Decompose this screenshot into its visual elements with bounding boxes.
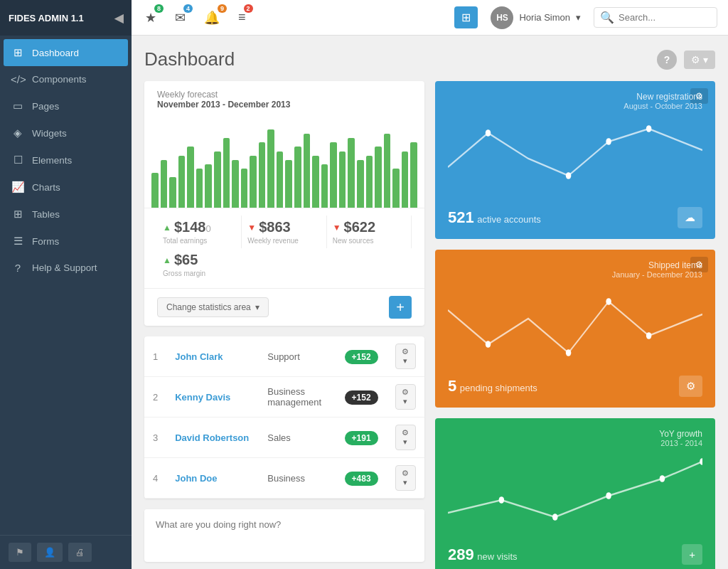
row-name[interactable]: John Doe: [166, 458, 259, 499]
sidebar-item-widgets[interactable]: ◈ Widgets: [0, 119, 132, 147]
row-name[interactable]: David Robertson: [166, 418, 259, 458]
topbar-user[interactable]: HS Horia Simon ▾: [491, 6, 581, 29]
bar: [357, 160, 364, 208]
registrations-cloud-btn[interactable]: ☁: [678, 207, 702, 228]
sidebar-item-components[interactable]: </> Components: [0, 66, 132, 92]
row-badge: +152: [336, 377, 387, 418]
chart-add-btn[interactable]: +: [389, 296, 412, 319]
svg-point-10: [606, 492, 611, 499]
page-help-btn[interactable]: ?: [657, 50, 677, 70]
chart-card: Weekly forecast November 2013 - December…: [144, 81, 424, 326]
sidebar-item-dashboard[interactable]: ⊞ Dashboard: [4, 39, 128, 66]
sidebar-footer-person-btn[interactable]: 👤: [37, 543, 63, 562]
sidebar-item-help[interactable]: ? Help & Support: [0, 255, 132, 281]
sidebar-item-tables[interactable]: ⊞ Tables: [0, 201, 132, 228]
sidebar-item-pages[interactable]: ▭ Pages: [0, 92, 132, 119]
tasks-icon: ≡: [238, 10, 246, 24]
row-badge: +191: [336, 418, 387, 458]
user-dropdown-icon: ▾: [576, 12, 581, 23]
bar: [187, 147, 194, 208]
row-action-btn[interactable]: ⚙ ▾: [395, 425, 416, 450]
sidebar-footer-print-btn[interactable]: 🖨: [68, 543, 92, 562]
user-name: Horia Simon: [519, 12, 570, 23]
shipped-value: 5: [448, 377, 456, 395]
row-actions: ⚙ ▾: [387, 458, 424, 499]
shipped-bottom: 5 pending shipments ⚙: [448, 376, 702, 397]
topbar-alerts-btn[interactable]: 🔔 9: [201, 7, 223, 28]
row-action-btn[interactable]: ⚙ ▾: [395, 465, 416, 491]
status-textarea[interactable]: [144, 509, 424, 559]
search-icon: 🔍: [600, 11, 614, 24]
registrations-svg: [448, 116, 702, 201]
weekly-label: Weekly revenue: [247, 237, 320, 245]
page-settings-btn[interactable]: ⚙ ▾: [684, 50, 715, 69]
star-icon: ★: [145, 11, 156, 25]
bar: [294, 147, 301, 208]
sidebar: FIDES ADMIN 1.1 ◀ ⊞ Dashboard </> Compon…: [0, 0, 132, 569]
change-stats-btn[interactable]: Change statistics area ▾: [157, 297, 269, 317]
components-icon: </>: [11, 73, 25, 85]
users-table-card: 1 John Clark Support +152 ⚙ ▾ 2 Kenny Da…: [144, 336, 424, 499]
bar: [321, 164, 328, 208]
topbar: ★ 8 ✉ 4 🔔 9 ≡ 2 ⊞ HS Horia Simon ▾ 🔍: [132, 0, 728, 36]
yoy-add-btn[interactable]: +: [682, 544, 702, 565]
row-name[interactable]: Kenny Davis: [166, 377, 259, 418]
bar: [392, 169, 400, 208]
row-num: 4: [144, 458, 166, 499]
tasks-badge: 2: [244, 4, 253, 13]
row-action-btn[interactable]: ⚙ ▾: [395, 384, 416, 410]
yoy-chart: [448, 453, 702, 538]
shipped-settings-btn[interactable]: ⚙: [679, 376, 702, 397]
alerts-badge: 9: [218, 4, 227, 13]
settings-dropdown-icon: ▾: [703, 54, 708, 65]
textarea-card: [144, 509, 424, 562]
svg-point-11: [660, 475, 665, 482]
sidebar-footer-flag-btn[interactable]: ⚑: [9, 543, 31, 562]
table-row: 4 John Doe Business +483 ⚙ ▾: [144, 458, 424, 499]
avatar: HS: [491, 6, 513, 29]
row-dept: Sales: [259, 418, 336, 458]
topbar-grid-btn[interactable]: ⊞: [454, 6, 478, 28]
row-actions: ⚙ ▾: [387, 418, 424, 458]
earnings-label: Total earnings: [163, 237, 235, 245]
shipped-items-card: ⚙ Shipped items January - December 2013 …: [435, 250, 715, 408]
forms-icon: ☰: [11, 235, 25, 248]
shipped-date: January - December 2013: [448, 270, 702, 279]
shipped-chart: [448, 284, 702, 370]
row-badge: +152: [336, 336, 387, 377]
main-content: Dashboard ? ⚙ ▾ Weekly forecast November…: [132, 36, 728, 569]
trend-down-icon: ▼: [247, 223, 256, 233]
registrations-sub: active accounts: [477, 214, 541, 225]
chart-subtitle: Weekly forecast: [157, 90, 412, 100]
sidebar-item-forms[interactable]: ☰ Forms: [0, 228, 132, 255]
yoy-value: 289: [448, 546, 474, 563]
row-name[interactable]: John Clark: [166, 336, 259, 377]
row-action-btn[interactable]: ⚙ ▾: [395, 344, 416, 369]
registrations-value: 521: [448, 208, 474, 226]
sidebar-nav: ⊞ Dashboard </> Components ▭ Pages ◈ Wid…: [0, 36, 132, 535]
row-dept: Support: [259, 336, 336, 377]
chevron-down-icon: ▾: [255, 302, 259, 312]
bar: [151, 173, 159, 208]
sidebar-item-label: Widgets: [32, 128, 67, 139]
registrations-bottom: 521 active accounts ☁: [448, 207, 702, 228]
tables-icon: ⊞: [11, 208, 25, 220]
notifications-badge: 8: [154, 4, 164, 13]
row-actions: ⚙ ▾: [387, 336, 424, 377]
bar: [410, 142, 417, 208]
change-stats-label: Change statistics area: [166, 302, 251, 312]
mail-icon: ✉: [175, 11, 186, 25]
sidebar-item-elements[interactable]: ☐ Elements: [0, 147, 132, 174]
sidebar-toggle[interactable]: ◀: [114, 11, 123, 25]
bar: [402, 151, 409, 208]
search-input[interactable]: [619, 12, 711, 23]
svg-point-2: [606, 138, 611, 145]
sources-label: New sources: [333, 237, 405, 245]
sidebar-item-label: Components: [32, 74, 87, 85]
widgets-icon: ◈: [11, 127, 25, 139]
topbar-tasks-btn[interactable]: ≡ 2: [235, 7, 249, 28]
sidebar-item-charts[interactable]: 📈 Charts: [0, 174, 132, 201]
topbar-mail-btn[interactable]: ✉ 4: [172, 7, 188, 28]
topbar-notifications-btn[interactable]: ★ 8: [142, 7, 159, 28]
bar: [169, 177, 176, 208]
